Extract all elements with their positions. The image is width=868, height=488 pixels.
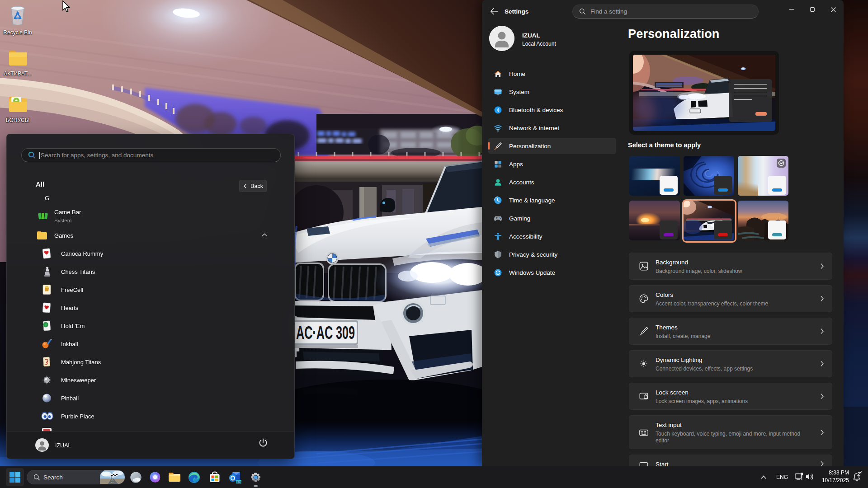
svg-text:NEW: NEW [235, 480, 241, 483]
svg-text:AC·AC 309: AC·AC 309 [296, 323, 355, 343]
